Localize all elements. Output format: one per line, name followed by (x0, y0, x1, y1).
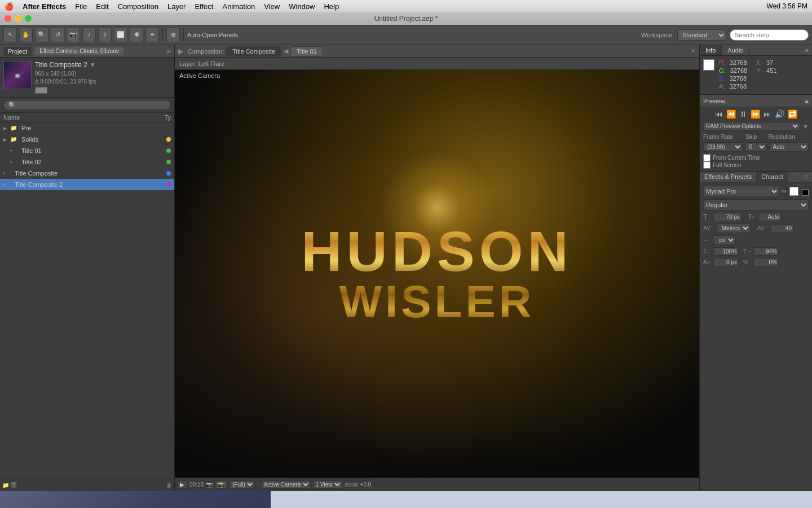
baseline-input[interactable] (713, 258, 739, 266)
prev-loop[interactable]: 🔁 (788, 110, 797, 119)
file-item-title01[interactable]: ▪ Title 01 (0, 145, 174, 156)
skip-select[interactable]: 0 (745, 142, 766, 152)
comp-tab-main[interactable]: Title Composite (226, 46, 281, 56)
right-panel: Info Audio ≡ R: 32768 X: 37 G: (699, 45, 812, 491)
vert-scale-input[interactable] (713, 247, 739, 256)
tool-clone[interactable]: ✱ (130, 28, 143, 42)
menu-view[interactable]: View (264, 2, 280, 11)
tab-character[interactable]: Charact (757, 172, 788, 182)
window-controls[interactable] (5, 15, 32, 22)
close-button[interactable] (5, 15, 11, 22)
menu-window[interactable]: Window (289, 2, 315, 11)
apple-logo[interactable]: 🍎 (5, 2, 14, 11)
file-name-pre: Pre (21, 125, 171, 132)
tsume-input[interactable] (753, 258, 779, 266)
file-item-solids[interactable]: ▶ 📁 Solids (0, 134, 174, 145)
tool-camera[interactable]: 📷 (67, 28, 80, 42)
preview-labels-row: Frame Rate Skip Resolution (703, 134, 809, 140)
delete-btn[interactable]: 🗑 (166, 482, 172, 488)
resolution-select[interactable]: Auto (769, 142, 809, 152)
tool-paint[interactable]: ✒ (145, 28, 159, 42)
maximize-button[interactable] (25, 15, 32, 22)
tool-pen[interactable]: / (82, 28, 96, 42)
menu-animation[interactable]: Animation (222, 2, 255, 11)
col-type: Ty (164, 114, 171, 121)
prev-to-start[interactable]: ⏮ (715, 110, 723, 119)
panel-menu-btn[interactable]: ≡ (166, 47, 171, 56)
menu-effect[interactable]: Effect (195, 2, 213, 11)
preview-controls: ⏮ ⏪ ⏸ ⏩ ⏭ 🔊 🔁 (700, 107, 812, 121)
ram-dropdown-icon[interactable]: ▼ (802, 123, 809, 130)
layer-header: Layer: Left Flare (175, 58, 699, 70)
tab-info[interactable]: Info (700, 45, 722, 55)
tool-hand[interactable]: ✋ (19, 28, 33, 42)
from-current-checkbox[interactable] (703, 154, 710, 161)
vc-camera-select[interactable]: Active Camera (261, 480, 311, 489)
search-help-input[interactable] (730, 29, 809, 41)
prev-to-end[interactable]: ⏭ (764, 110, 771, 119)
active-camera-label: Active Camera (179, 72, 220, 79)
workspace-select[interactable]: Standard (677, 29, 726, 41)
layer-label: Layer: Left Flare (179, 60, 224, 67)
font-size-input[interactable] (713, 213, 742, 221)
tab-audio[interactable]: Audio (722, 45, 749, 55)
file-item-titlecomposite2[interactable]: ▪ Title Composite 2 (0, 179, 174, 190)
prev-step-back[interactable]: ⏪ (726, 110, 736, 119)
prev-audio[interactable]: 🔊 (775, 110, 784, 119)
new-comp-btn[interactable]: 🎬 (10, 482, 17, 488)
color-dot-title02 (166, 160, 171, 164)
foreground-color[interactable] (789, 187, 798, 196)
effects-menu[interactable]: ≡ (802, 172, 812, 182)
font-name-select[interactable]: Myriad Pro (703, 186, 779, 197)
framerate-select[interactable]: (23.98) (703, 142, 743, 152)
menu-help[interactable]: Help (324, 2, 339, 11)
info-section: Info Audio ≡ R: 32768 X: 37 G: (700, 45, 812, 95)
background-color[interactable] (802, 189, 809, 196)
minimize-button[interactable] (15, 15, 21, 22)
tab-effect-controls[interactable]: Effect Controls: Clouds_03.mov (35, 47, 123, 55)
tab-effects-presets[interactable]: Effects & Presets (700, 172, 757, 182)
tool-rotate[interactable]: ↺ (51, 28, 64, 42)
menu-bar: 🍎 After Effects File Edit Composition La… (0, 0, 812, 12)
file-item-title02[interactable]: ▪ Title 02 (0, 156, 174, 168)
viewport[interactable]: Active Camera HUDSON WISLER (175, 70, 699, 478)
tool-shape[interactable]: ⬜ (114, 28, 127, 42)
leading-input[interactable] (758, 213, 781, 221)
tool-select[interactable]: ↖ (3, 28, 17, 42)
menu-edit[interactable]: Edit (96, 2, 108, 11)
menu-composition[interactable]: Composition (118, 2, 158, 11)
comp-tab-title01[interactable]: Title 01 (290, 46, 323, 56)
project-search[interactable] (3, 100, 171, 110)
full-screen-checkbox[interactable] (703, 161, 710, 169)
color-dot-tc (166, 171, 171, 176)
width-select[interactable]: px (713, 235, 736, 245)
vc-play-btn[interactable]: ▶ (177, 480, 187, 489)
horiz-scale-input[interactable] (753, 247, 779, 256)
vc-time: 00:18 (189, 481, 204, 488)
menu-layer[interactable]: Layer (167, 2, 186, 11)
menu-file[interactable]: File (75, 2, 87, 11)
left-panel: Project Effect Controls: Clouds_03.mov ≡… (0, 45, 175, 491)
tool-puppet[interactable]: ⊕ (166, 28, 180, 42)
tool-zoom[interactable]: 🔍 (35, 28, 48, 42)
comp-panel-label: Composition: (188, 48, 224, 55)
vc-resolution-select[interactable]: (Full) (230, 480, 255, 489)
prev-play[interactable]: ⏸ (739, 110, 747, 119)
new-folder-btn[interactable]: 📁 (2, 482, 9, 488)
vc-snap-btn[interactable]: 📸 (215, 480, 227, 489)
ram-preview-select[interactable]: RAM Preview Options (703, 122, 800, 130)
tracking-input[interactable] (771, 224, 793, 233)
comp-panel-close[interactable]: ✕ (691, 47, 696, 55)
info-menu[interactable]: ≡ (802, 45, 812, 55)
tab-project[interactable]: Project (3, 47, 32, 56)
composition-info: 🤖 Title Composite 2 ▼ 960 x 540 (1.00) Δ… (0, 58, 174, 98)
kerning-select[interactable]: Metrics (717, 224, 751, 233)
file-item-pre[interactable]: ▶ 📁 Pre (0, 122, 174, 134)
prev-step-fwd[interactable]: ⏩ (751, 110, 760, 119)
preview-menu[interactable]: ≡ (805, 98, 809, 104)
font-style-select[interactable]: Regular (703, 199, 809, 211)
vc-layout-icons: ⊞⊟⊠ (345, 481, 358, 488)
file-item-titlecomposite[interactable]: ▪ Title Composite (0, 168, 174, 179)
vc-view-select[interactable]: 1 View (313, 480, 342, 489)
tool-type[interactable]: T (98, 28, 112, 42)
